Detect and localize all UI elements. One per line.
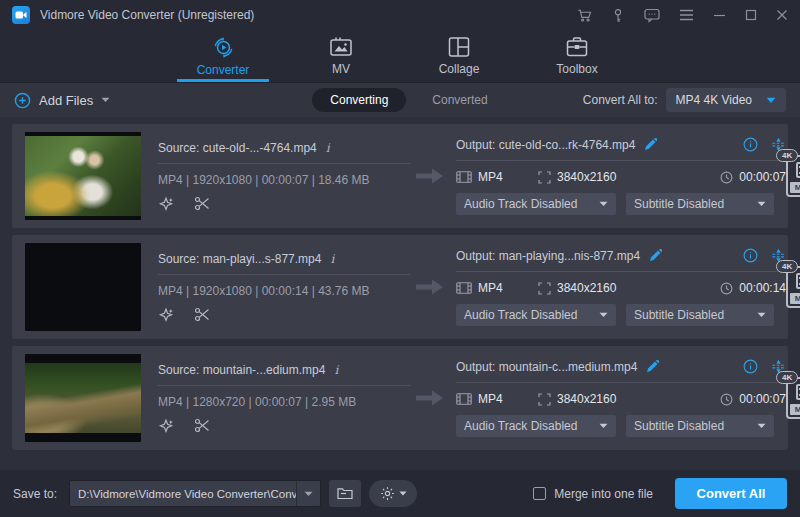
save-to-label: Save to: <box>13 487 57 501</box>
video-thumbnail <box>25 132 141 220</box>
output-name: Output: cute-old-co...rk-4764.mp4 <box>456 138 635 152</box>
format-4k-badge: 4K <box>776 149 798 162</box>
audio-track-dropdown[interactable]: Audio Track Disabled <box>456 193 616 215</box>
tab-collage[interactable]: Collage <box>413 30 505 82</box>
resolution-icon <box>538 171 551 184</box>
convert-all-button[interactable]: Convert All <box>675 478 787 509</box>
output-info-icon[interactable] <box>743 248 758 263</box>
app-window: Vidmore Video Converter (Unregistered) <box>0 0 800 517</box>
mv-icon <box>329 36 353 58</box>
tab-mv[interactable]: MV <box>295 30 387 82</box>
file-list: Source: cute-old-...-4764.mp4 i MP4 | 19… <box>0 117 800 470</box>
output-format: MP4 <box>478 170 503 184</box>
source-block: Source: man-playi...s-877.mp4 i MP4 | 19… <box>158 252 410 323</box>
subtitle-caret-icon <box>757 201 766 207</box>
window-title: Vidmore Video Converter (Unregistered) <box>40 8 254 22</box>
rename-pencil-icon[interactable] <box>644 138 657 151</box>
save-path-caret-icon[interactable] <box>296 481 320 506</box>
titlebar: Vidmore Video Converter (Unregistered) <box>0 0 800 30</box>
duration-clock-icon <box>720 393 733 406</box>
duration-clock-icon <box>720 171 733 184</box>
file-row[interactable]: Source: mountain-...edium.mp4 i MP4 | 12… <box>12 346 788 450</box>
arrow-right-icon <box>412 165 446 187</box>
tab-converter-label: Converter <box>197 63 250 77</box>
convert-all-to-select[interactable]: MP4 4K Video <box>666 88 787 112</box>
format-film-icon <box>456 282 472 294</box>
format-film-icon <box>456 171 472 183</box>
output-format-icon[interactable]: 4K MP4 <box>786 266 800 308</box>
merge-checkbox[interactable] <box>533 487 546 500</box>
format-filmstrip-icon <box>796 384 800 400</box>
app-logo-icon <box>12 6 30 24</box>
format-filmstrip-icon <box>796 162 800 178</box>
arrow-right-icon <box>412 387 446 409</box>
cut-scissors-icon[interactable] <box>194 307 211 323</box>
edit-effects-icon[interactable] <box>158 418 174 434</box>
tab-toolbox[interactable]: Toolbox <box>531 30 623 82</box>
file-row[interactable]: Source: cute-old-...-4764.mp4 i MP4 | 19… <box>12 124 788 228</box>
source-info-icon[interactable]: i <box>334 363 338 377</box>
folder-icon <box>337 487 353 500</box>
open-folder-button[interactable] <box>329 480 361 507</box>
save-path-select[interactable]: D:\Vidmore\Vidmore Video Converter\Conve… <box>69 480 321 507</box>
feedback-icon[interactable] <box>644 8 660 23</box>
audio-track-dropdown[interactable]: Audio Track Disabled <box>456 415 616 437</box>
menu-icon[interactable] <box>679 9 694 21</box>
convert-all-to-value: MP4 4K Video <box>676 93 753 107</box>
rename-pencil-icon[interactable] <box>646 360 659 373</box>
output-info-icon[interactable] <box>743 359 758 374</box>
settings-button[interactable] <box>369 480 417 507</box>
merge-into-one-file-option[interactable]: Merge into one file <box>533 487 653 501</box>
audio-track-value: Audio Track Disabled <box>464 419 577 433</box>
edit-effects-icon[interactable] <box>158 196 174 212</box>
subtitle-value: Subtitle Disabled <box>634 197 724 211</box>
minimize-icon[interactable] <box>713 9 726 21</box>
subtitle-dropdown[interactable]: Subtitle Disabled <box>626 304 774 326</box>
file-row[interactable]: Source: man-playi...s-877.mp4 i MP4 | 19… <box>12 235 788 339</box>
output-resolution: 3840x2160 <box>557 392 616 406</box>
cut-scissors-icon[interactable] <box>194 418 211 434</box>
duration-clock-icon <box>720 282 733 295</box>
source-meta: MP4 | 1280x720 | 00:00:07 | 2.95 MB <box>158 395 410 409</box>
tab-toolbox-label: Toolbox <box>556 62 597 76</box>
cart-icon[interactable] <box>577 8 592 23</box>
format-icon-label: MP4 <box>790 293 800 304</box>
add-files-button[interactable]: Add Files <box>14 92 110 109</box>
output-format-icon[interactable]: 4K MP4 <box>786 155 800 197</box>
format-icon-label: MP4 <box>790 182 800 193</box>
subtitle-dropdown[interactable]: Subtitle Disabled <box>626 193 774 215</box>
tab-collage-label: Collage <box>439 62 480 76</box>
converted-tab[interactable]: Converted <box>432 93 487 107</box>
audio-caret-icon <box>599 423 608 429</box>
output-duration: 00:00:14 <box>739 281 786 295</box>
subtitle-value: Subtitle Disabled <box>634 308 724 322</box>
collage-icon <box>447 36 471 58</box>
source-info-icon[interactable]: i <box>330 252 334 266</box>
converting-tab[interactable]: Converting <box>312 88 406 112</box>
audio-track-dropdown[interactable]: Audio Track Disabled <box>456 304 616 326</box>
source-name: Source: mountain-...edium.mp4 <box>158 363 325 377</box>
maximize-icon[interactable] <box>745 9 757 21</box>
subtitle-caret-icon <box>757 312 766 318</box>
add-plus-icon <box>14 92 31 109</box>
source-name: Source: cute-old-...-4764.mp4 <box>158 141 317 155</box>
rename-pencil-icon[interactable] <box>649 249 662 262</box>
edit-effects-icon[interactable] <box>158 307 174 323</box>
bottom-bar: Save to: D:\Vidmore\Vidmore Video Conver… <box>0 470 800 517</box>
close-icon[interactable] <box>776 9 788 21</box>
output-format-icon[interactable]: 4K MP4 <box>786 377 800 419</box>
output-name: Output: man-playing...nis-877.mp4 <box>456 249 640 263</box>
tab-converter[interactable]: Converter <box>177 30 269 82</box>
tab-mv-label: MV <box>332 62 350 76</box>
cut-scissors-icon[interactable] <box>194 196 211 212</box>
output-block: Output: man-playing...nis-877.mp4 <box>456 248 786 326</box>
source-block: Source: mountain-...edium.mp4 i MP4 | 12… <box>158 363 410 434</box>
source-info-icon[interactable]: i <box>326 141 330 155</box>
toolbar: Add Files Converting Converted Convert A… <box>0 82 800 117</box>
subtitle-dropdown[interactable]: Subtitle Disabled <box>626 415 774 437</box>
add-files-caret-icon <box>101 97 110 103</box>
register-key-icon[interactable] <box>611 8 625 23</box>
output-info-icon[interactable] <box>743 137 758 152</box>
output-duration: 00:00:07 <box>739 392 786 406</box>
converter-icon <box>212 36 235 59</box>
